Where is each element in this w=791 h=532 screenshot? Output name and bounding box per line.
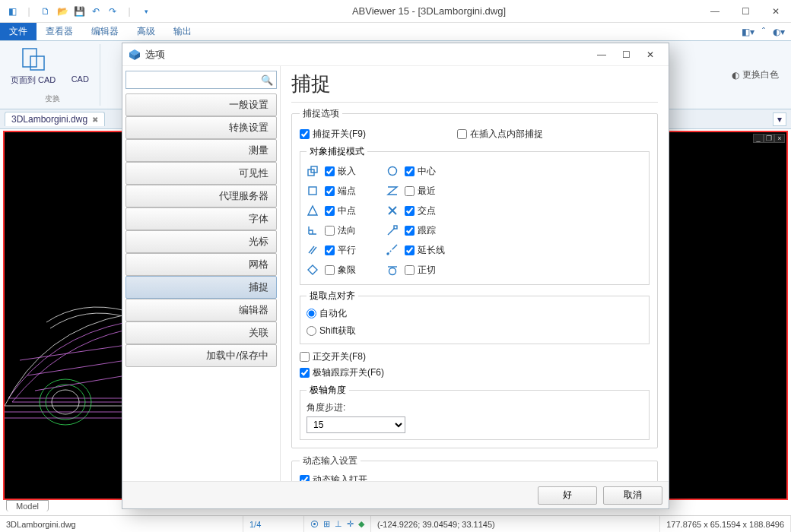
collapse-ribbon-icon[interactable]: ˆ: [762, 27, 765, 37]
pick-auto-input[interactable]: [307, 309, 316, 318]
snap-quadrant-input[interactable]: [325, 265, 335, 275]
qat-sep2: |: [122, 4, 137, 19]
search-icon[interactable]: 🔍: [261, 74, 273, 86]
appearance-icon[interactable]: ◧▾: [742, 27, 754, 37]
status-pages[interactable]: 1/4: [243, 516, 304, 532]
dialog-minimize-button[interactable]: —: [589, 46, 614, 64]
snap-trace-input[interactable]: [405, 226, 415, 236]
snap-midpoint-checkbox[interactable]: 中点: [325, 204, 356, 217]
options-nav-11[interactable]: 加载中/保存中: [125, 344, 277, 367]
snap-switch-input[interactable]: [300, 129, 310, 139]
document-tabs-dropdown[interactable]: ▾: [773, 112, 786, 126]
new-file-icon[interactable]: 🗋: [38, 4, 53, 19]
pick-align-legend: 提取点对齐: [307, 290, 358, 302]
viewport-min-icon[interactable]: _: [753, 134, 764, 143]
pick-auto-radio[interactable]: 自动化: [307, 307, 643, 320]
snap-insert-input[interactable]: [325, 166, 335, 176]
snap-nearest-checkbox[interactable]: 最近: [405, 185, 436, 198]
viewport-max-icon[interactable]: ❐: [764, 134, 774, 143]
options-nav-2[interactable]: 测量: [125, 139, 277, 162]
snap-center-checkbox[interactable]: 中心: [405, 165, 436, 178]
tab-advanced[interactable]: 高级: [128, 23, 164, 40]
tab-viewer[interactable]: 查看器: [37, 23, 82, 40]
snap-tangent-input[interactable]: [405, 265, 415, 275]
snap-parallel-input[interactable]: [325, 245, 335, 255]
snap-center-input[interactable]: [405, 166, 415, 176]
tab-file[interactable]: 文件: [0, 23, 37, 40]
status-tool-polar-icon[interactable]: ✛: [347, 519, 354, 529]
ortho-input[interactable]: [300, 352, 310, 362]
snap-inside-input[interactable]: [457, 129, 467, 139]
viewport-close-icon[interactable]: ×: [774, 134, 785, 143]
options-search-input[interactable]: [129, 74, 261, 85]
polar-checkbox[interactable]: 极轴跟踪开关(F6): [300, 366, 650, 379]
options-nav-7[interactable]: 网格: [125, 253, 277, 276]
ortho-checkbox[interactable]: 正交开关(F8): [300, 350, 650, 363]
snap-normal-input[interactable]: [325, 226, 335, 236]
snap-switch-checkbox[interactable]: 捕捉开关(F9): [300, 128, 366, 141]
snap-extension-input[interactable]: [405, 245, 415, 255]
dialog-close-button[interactable]: ✕: [638, 46, 662, 64]
close-button[interactable]: ✕: [761, 0, 791, 23]
snap-normal-checkbox[interactable]: 法向: [325, 224, 356, 237]
options-nav-4[interactable]: 代理服务器: [125, 185, 277, 207]
page-to-cad-icon[interactable]: [20, 46, 47, 73]
minimize-button[interactable]: —: [700, 0, 730, 23]
pick-shift-radio[interactable]: Shift获取: [307, 325, 643, 337]
snap-quadrant-checkbox[interactable]: 象限: [325, 264, 356, 277]
dynamic-input-legend: 动态输入设置: [300, 454, 361, 467]
snap-quadrant-row: 象限: [307, 261, 356, 278]
swap-color-button[interactable]: ◐ 更换白色: [732, 44, 786, 106]
snap-midpoint-row: 中点: [307, 202, 356, 219]
snap-endpoint-checkbox[interactable]: 端点: [325, 185, 356, 198]
redo-icon[interactable]: ↷: [105, 4, 120, 19]
snap-inside-checkbox[interactable]: 在插入点内部捕捉: [457, 128, 543, 141]
maximize-button[interactable]: ☐: [730, 0, 761, 23]
layout-tab-model[interactable]: Model: [6, 500, 49, 511]
save-icon[interactable]: 💾: [71, 4, 87, 19]
options-nav-9[interactable]: 编辑器: [125, 299, 277, 321]
snap-normal-row: 法向: [307, 222, 356, 239]
dialog-maximize-button[interactable]: ☐: [614, 46, 638, 64]
status-tool-grid-icon[interactable]: ⊞: [323, 519, 330, 529]
status-tool-snap-icon[interactable]: ⦿: [310, 520, 319, 529]
qat-dropdown-icon[interactable]: ▾: [138, 4, 154, 19]
snap-intersection-input[interactable]: [405, 206, 415, 216]
snap-tangent-checkbox[interactable]: 正切: [405, 264, 436, 277]
options-nav-10[interactable]: 关联: [125, 321, 277, 344]
options-nav-6[interactable]: 光标: [125, 230, 277, 253]
polar-input[interactable]: [300, 368, 310, 378]
open-file-icon[interactable]: 📂: [55, 4, 70, 19]
document-tab[interactable]: 3DLamborgini.dwg ✖: [5, 112, 105, 126]
snap-parallel-checkbox[interactable]: 平行: [325, 244, 356, 257]
snap-extension-icon: [386, 244, 399, 256]
ok-button[interactable]: 好: [538, 486, 597, 505]
options-nav-8[interactable]: 捕捉: [125, 276, 277, 299]
snap-insert-checkbox[interactable]: 嵌入: [325, 165, 356, 178]
snap-endpoint-input[interactable]: [325, 186, 335, 196]
options-nav-0[interactable]: 一般设置: [125, 93, 277, 116]
snap-nearest-input[interactable]: [405, 186, 415, 196]
dynamic-input-checkbox[interactable]: 动态输入打开: [300, 473, 650, 481]
undo-icon[interactable]: ↶: [88, 4, 103, 19]
options-nav-5[interactable]: 字体: [125, 207, 277, 230]
options-nav-1[interactable]: 转换设置: [125, 116, 277, 139]
pick-shift-input[interactable]: [307, 326, 316, 336]
dynamic-input-input[interactable]: [300, 475, 310, 481]
snap-extension-checkbox[interactable]: 延长线: [405, 244, 445, 257]
options-nav-3[interactable]: 可见性: [125, 162, 277, 185]
tab-editor[interactable]: 编辑器: [82, 23, 128, 40]
status-tool-dyn-icon[interactable]: ◆: [358, 519, 364, 529]
tab-output[interactable]: 输出: [164, 23, 201, 40]
help-icon[interactable]: ◐▾: [773, 27, 785, 37]
snap-endpoint-label: 端点: [338, 185, 356, 198]
document-tab-close-icon[interactable]: ✖: [92, 116, 98, 124]
snap-midpoint-input[interactable]: [325, 206, 335, 216]
status-tool-ortho-icon[interactable]: ⊥: [335, 519, 342, 529]
snap-intersection-checkbox[interactable]: 交点: [405, 204, 436, 217]
angle-step-select[interactable]: 15: [307, 416, 405, 433]
options-search[interactable]: 🔍: [125, 71, 277, 89]
snap-trace-checkbox[interactable]: 跟踪: [405, 224, 436, 237]
document-tab-label: 3DLamborgini.dwg: [11, 114, 87, 125]
cancel-button[interactable]: 取消: [603, 486, 662, 505]
